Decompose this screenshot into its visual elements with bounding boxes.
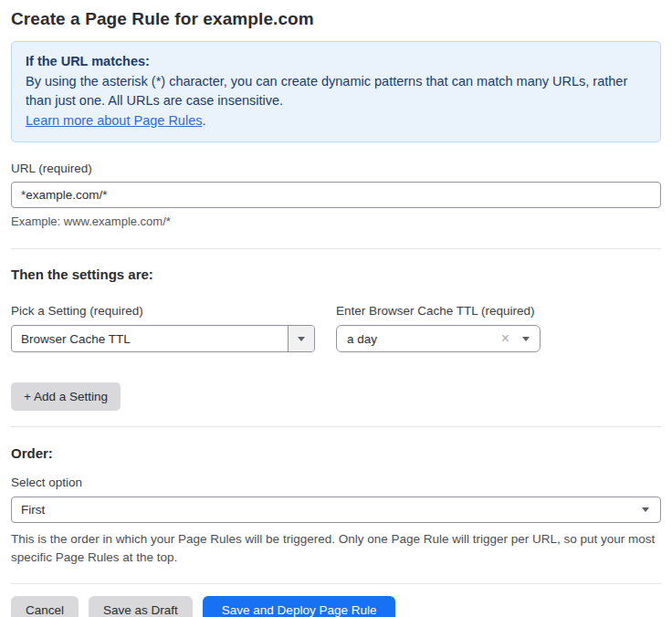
create-page-rule-form: Create a Page Rule for example.com If th… bbox=[0, 0, 672, 617]
url-example-helper: Example: www.example.com/* bbox=[11, 214, 661, 228]
footer-divider bbox=[11, 583, 661, 584]
url-field-label: URL (required) bbox=[11, 162, 661, 175]
setting-picker-value: Browser Cache TTL bbox=[12, 332, 288, 346]
ttl-picker-column: Enter Browser Cache TTL (required) a day… bbox=[336, 304, 541, 352]
caret-down-icon bbox=[298, 337, 305, 341]
save-as-draft-button[interactable]: Save as Draft bbox=[89, 596, 193, 617]
setting-picker-arrow-button[interactable] bbox=[288, 326, 314, 351]
setting-picker-dropdown[interactable]: Browser Cache TTL bbox=[11, 325, 315, 352]
settings-section-heading: Then the settings are: bbox=[11, 267, 661, 282]
setting-picker-label: Pick a Setting (required) bbox=[11, 304, 315, 318]
caret-down-icon bbox=[522, 337, 530, 341]
footer-actions: Cancel Save as Draft Save and Deploy Pag… bbox=[11, 596, 661, 617]
order-select-label: Select option bbox=[11, 476, 661, 489]
add-setting-button[interactable]: + Add a Setting bbox=[11, 382, 121, 411]
link-period: . bbox=[202, 113, 205, 128]
ttl-picker-value: a day bbox=[347, 332, 501, 346]
section-divider bbox=[11, 426, 661, 427]
order-section-heading: Order: bbox=[11, 445, 661, 461]
learn-more-link[interactable]: Learn more about Page Rules bbox=[26, 113, 202, 128]
ttl-picker-dropdown[interactable]: a day × bbox=[336, 325, 541, 352]
setting-picker-column: Pick a Setting (required) Browser Cache … bbox=[11, 304, 315, 352]
info-box-link-line: Learn more about Page Rules. bbox=[26, 111, 646, 131]
caret-down-icon bbox=[642, 507, 649, 512]
save-and-deploy-button[interactable]: Save and Deploy Page Rule bbox=[203, 596, 396, 617]
cancel-button[interactable]: Cancel bbox=[11, 596, 79, 617]
section-divider bbox=[11, 248, 661, 249]
info-box-body: By using the asterisk (*) character, you… bbox=[26, 72, 646, 111]
settings-row: Pick a Setting (required) Browser Cache … bbox=[11, 304, 661, 352]
info-box-heading: If the URL matches: bbox=[26, 52, 646, 72]
url-matches-info-box: If the URL matches: By using the asteris… bbox=[11, 41, 661, 142]
ttl-picker-label: Enter Browser Cache TTL (required) bbox=[336, 304, 541, 318]
order-select-dropdown[interactable]: First bbox=[11, 497, 661, 523]
clear-selection-icon[interactable]: × bbox=[501, 331, 509, 346]
order-select-value: First bbox=[21, 503, 642, 517]
url-input[interactable] bbox=[11, 182, 661, 208]
order-helper-text: This is the order in which your Page Rul… bbox=[11, 530, 661, 567]
page-title: Create a Page Rule for example.com bbox=[11, 9, 661, 29]
